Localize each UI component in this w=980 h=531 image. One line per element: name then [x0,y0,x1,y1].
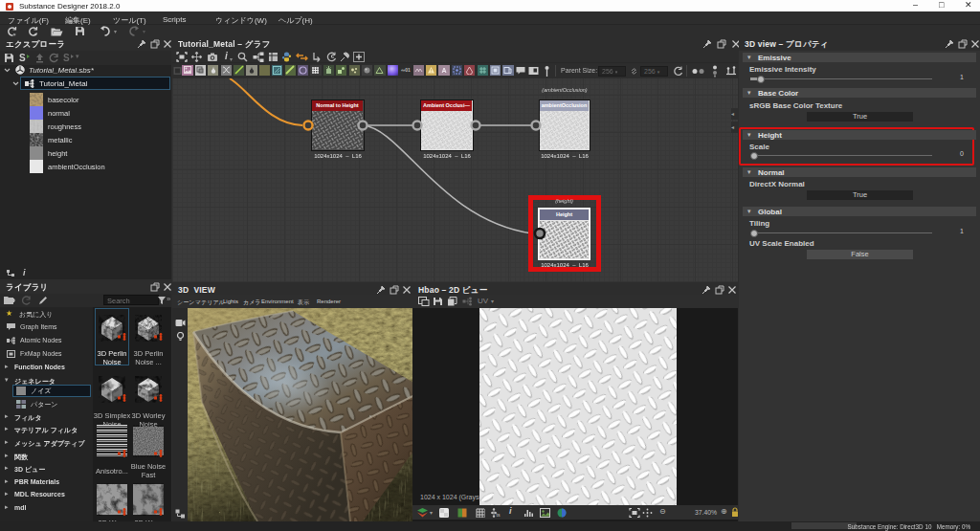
svg-text:S: S [19,53,26,63]
svg-text:S: S [63,53,70,63]
svg-text:ts: ts [497,512,501,518]
